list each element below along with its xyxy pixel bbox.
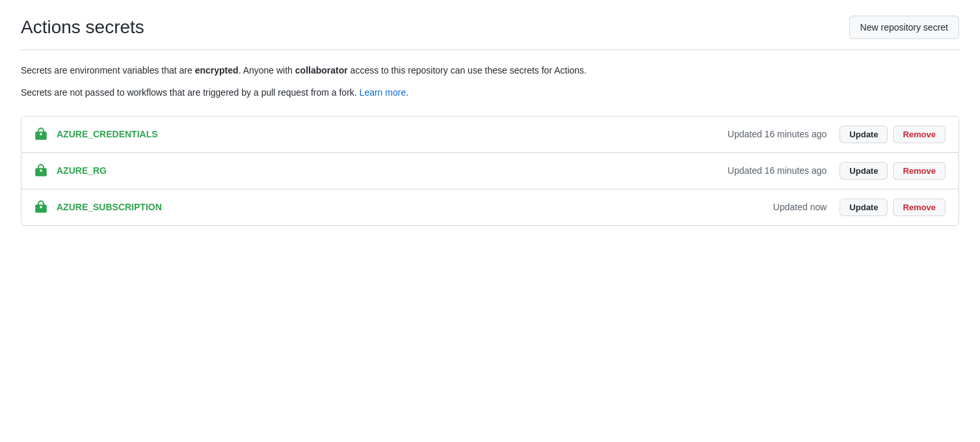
- page-header: Actions secrets New repository secret: [21, 16, 959, 39]
- row-actions: Update Remove: [840, 126, 946, 143]
- description-text: Secrets are environment variables that a…: [21, 63, 959, 77]
- fork-notice-period: .: [406, 87, 408, 98]
- lock-icon: [34, 200, 47, 214]
- update-button[interactable]: Update: [840, 126, 888, 143]
- secret-name: AZURE_RG: [57, 165, 728, 176]
- table-row: AZURE_SUBSCRIPTION Updated now Update Re…: [21, 189, 959, 225]
- row-actions: Update Remove: [840, 162, 946, 180]
- secret-name: AZURE_CREDENTIALS: [57, 129, 728, 139]
- secret-updated-time: Updated now: [773, 202, 827, 212]
- remove-button[interactable]: Remove: [893, 126, 946, 143]
- lock-icon: [34, 128, 47, 141]
- page-title: Actions secrets: [21, 17, 144, 38]
- lock-icon: [34, 164, 47, 177]
- row-actions: Update Remove: [840, 199, 946, 216]
- table-row: AZURE_RG Updated 16 minutes ago Update R…: [21, 153, 959, 189]
- header-divider: [21, 49, 959, 50]
- description-encrypted: encrypted: [195, 65, 239, 76]
- table-row: AZURE_CREDENTIALS Updated 16 minutes ago…: [21, 117, 959, 153]
- secret-updated-time: Updated 16 minutes ago: [728, 165, 827, 176]
- remove-button[interactable]: Remove: [893, 199, 946, 216]
- description-prefix: Secrets are environment variables that a…: [21, 65, 195, 76]
- description-suffix: access to this repository can use these …: [348, 65, 587, 76]
- learn-more-link[interactable]: Learn more: [360, 87, 406, 98]
- fork-notice-text: Secrets are not passed to workflows that…: [21, 85, 959, 100]
- description-collaborator: collaborator: [295, 65, 348, 76]
- secret-updated-time: Updated 16 minutes ago: [728, 129, 827, 139]
- secret-name: AZURE_SUBSCRIPTION: [57, 202, 773, 212]
- update-button[interactable]: Update: [840, 162, 888, 180]
- remove-button[interactable]: Remove: [893, 162, 946, 180]
- update-button[interactable]: Update: [840, 199, 888, 216]
- secrets-table: AZURE_CREDENTIALS Updated 16 minutes ago…: [21, 116, 959, 226]
- fork-notice-prefix: Secrets are not passed to workflows that…: [21, 87, 357, 98]
- new-repository-secret-button[interactable]: New repository secret: [849, 16, 959, 39]
- description-middle: . Anyone with: [239, 65, 295, 76]
